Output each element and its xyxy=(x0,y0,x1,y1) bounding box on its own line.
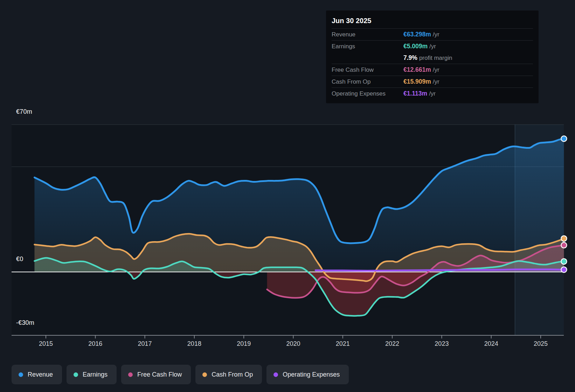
legend-item-free-cash-flow[interactable]: Free Cash Flow xyxy=(121,365,191,384)
x-axis-label: 2022 xyxy=(382,340,402,348)
tooltip-label: Earnings xyxy=(332,43,403,50)
x-axis-label: 2021 xyxy=(333,340,353,348)
free-cash-flow-dot-icon xyxy=(128,372,133,377)
profit-margin-value: 7.9% xyxy=(403,54,417,61)
tooltip-value: €1.113m xyxy=(403,90,427,97)
tooltip-row-earnings: Earnings €5.009m/yr xyxy=(332,40,533,52)
tooltip-unit: /yr xyxy=(433,31,439,38)
x-axis-label: 2024 xyxy=(482,340,501,348)
y-axis-label-neg30m: -€30m xyxy=(16,319,34,327)
legend-label: Cash From Op xyxy=(212,371,253,378)
tooltip-unit: /yr xyxy=(433,66,439,73)
tooltip-row-cash-from-op: Cash From Op €15.909m/yr xyxy=(332,76,533,88)
tooltip-label: Operating Expenses xyxy=(332,90,403,97)
tooltip-row-operating-expenses: Operating Expenses €1.113m/yr xyxy=(332,88,533,99)
x-axis-label: 2020 xyxy=(284,340,303,348)
operating-expenses-dot-icon xyxy=(273,372,278,377)
tooltip-unit: /yr xyxy=(429,43,436,50)
tooltip-value: €5.009m xyxy=(403,43,428,50)
tooltip-label: Cash From Op xyxy=(332,78,403,85)
legend-item-revenue[interactable]: Revenue xyxy=(12,365,62,384)
tooltip-unit: /yr xyxy=(433,78,439,85)
tooltip-value: €15.909m xyxy=(403,78,431,85)
tooltip-date: Jun 30 2025 xyxy=(332,15,533,28)
legend-item-operating-expenses[interactable]: Operating Expenses xyxy=(266,365,349,384)
chart-legend: Revenue Earnings Free Cash Flow Cash Fro… xyxy=(12,365,349,384)
x-axis-label: 2017 xyxy=(135,340,155,348)
legend-label: Operating Expenses xyxy=(283,371,340,378)
y-axis-label-0: €0 xyxy=(16,255,23,263)
earnings-dot-icon xyxy=(74,372,78,377)
legend-item-earnings[interactable]: Earnings xyxy=(67,365,117,384)
tooltip-label: Revenue xyxy=(332,31,403,38)
legend-label: Revenue xyxy=(28,371,53,378)
legend-label: Earnings xyxy=(83,371,108,378)
data-tooltip-panel: Jun 30 2025 Revenue €63.298m/yr Earnings… xyxy=(326,10,539,103)
tooltip-row-free-cash-flow: Free Cash Flow €12.661m/yr xyxy=(332,64,533,76)
x-axis-label: 2025 xyxy=(531,340,550,348)
x-axis-label: 2016 xyxy=(85,340,105,348)
cash-from-op-dot-icon xyxy=(202,372,207,377)
x-axis-label: 2023 xyxy=(432,340,451,348)
profit-margin-label: profit margin xyxy=(419,55,452,61)
x-axis-label: 2015 xyxy=(36,340,56,348)
earnings-revenue-history-chart: €70m €0 -€30m 2015 2016 2017 2018 2019 2… xyxy=(0,0,575,392)
tooltip-unit: /yr xyxy=(429,90,436,97)
tooltip-row-profit-margin: 7.9%profit margin xyxy=(332,52,533,64)
x-axis-label: 2019 xyxy=(234,340,254,348)
legend-label: Free Cash Flow xyxy=(137,371,182,378)
tooltip-value: €12.661m xyxy=(403,66,431,73)
tooltip-value: €63.298m xyxy=(403,31,431,38)
x-axis-label: 2018 xyxy=(185,340,204,348)
y-axis-label-70m: €70m xyxy=(16,108,32,115)
tooltip-row-revenue: Revenue €63.298m/yr xyxy=(332,28,533,40)
legend-item-cash-from-op[interactable]: Cash From Op xyxy=(195,365,262,384)
tooltip-label: Free Cash Flow xyxy=(332,66,403,74)
revenue-dot-icon xyxy=(19,372,23,377)
